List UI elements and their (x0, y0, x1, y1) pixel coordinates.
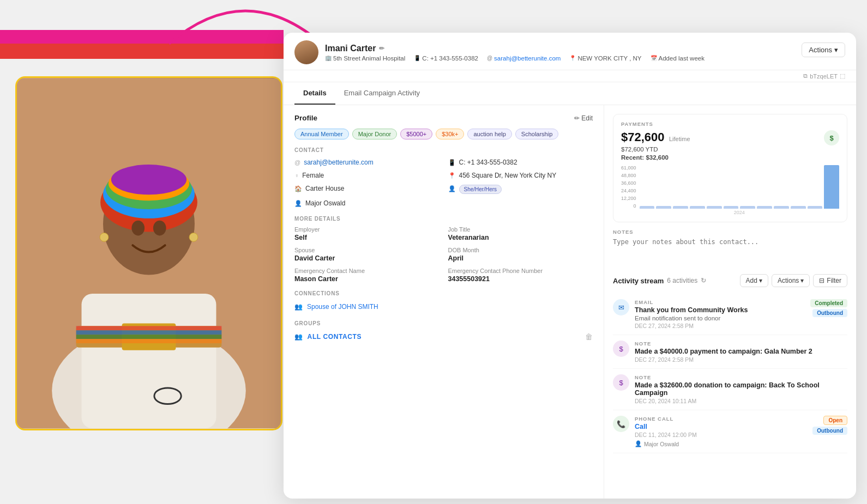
contact-group: Carter House (305, 185, 344, 192)
bar-1 (640, 206, 655, 209)
activity-date-3: DEC 11, 2024 12:00 PM (635, 432, 807, 438)
activity-badges-0: Completed Outbound (810, 299, 847, 329)
more-details-grid: Employer Self Job Title Veteranarian Spo… (294, 226, 593, 283)
dollar-badge: $ (824, 130, 839, 145)
person-icon-small: 👤 (635, 440, 642, 447)
activity-type-3: PHONE CALL (635, 416, 807, 422)
right-column: PAYMENTS $72,600 Lifetime $72,600 YTD Re… (604, 105, 856, 499)
amount-big: $72,600 (621, 130, 665, 144)
contact-gender: Female (302, 172, 324, 179)
photo-card (15, 76, 282, 430)
tab-email-campaign[interactable]: Email Campaign Activity (335, 82, 429, 105)
activity-note-content-2: NOTE Made a $32600.00 donation to campai… (635, 374, 847, 404)
contact-gender-item: ♀ Female (294, 171, 439, 180)
add-activity-btn[interactable]: Add ▾ (740, 274, 768, 287)
activity-item-1: $ NOTE Made a $40000.0 payment to campai… (613, 335, 847, 369)
actions-button[interactable]: Actions ▾ (802, 42, 845, 57)
refresh-icon[interactable]: ↻ (701, 277, 706, 284)
header-added: Added last week (659, 55, 705, 62)
recent-amount: Recent: $32,600 (621, 154, 818, 161)
edit-name-icon[interactable]: ✏ (379, 45, 384, 52)
bar-9 (774, 206, 789, 209)
groups-row: 👥 ALL CONTACTS 🗑 (294, 331, 593, 343)
employer-label: Employer (294, 226, 439, 233)
svg-rect-17 (76, 330, 222, 335)
activity-main-3[interactable]: Call (635, 423, 807, 430)
contact-section-label: CONTACT (294, 147, 593, 153)
activity-main-0[interactable]: Thank you from Community Works (635, 306, 805, 314)
copy-icon[interactable]: ⧉ (803, 72, 808, 80)
chart-labels: 61,000 48,800 36,600 24,400 12,200 0 (621, 165, 636, 209)
tabs-row: Details Email Campaign Activity (284, 82, 856, 105)
badge-open-3: Open (823, 416, 847, 425)
activity-note-icon-2: $ (613, 374, 629, 391)
tag-30k[interactable]: $30k+ (436, 129, 464, 139)
activity-note-icon-1: $ (613, 341, 629, 357)
job-title-label: Job Title (448, 226, 593, 233)
tag-major-donor[interactable]: Major Donor (352, 129, 398, 139)
badge-outbound-3: Outbound (812, 427, 847, 435)
chevron-down-icon: ▾ (834, 46, 838, 54)
main-panel: Imani Carter ✏ 🏢5th Street Animal Hospit… (284, 33, 856, 499)
edit-profile-link[interactable]: ✏ Edit (574, 114, 593, 122)
header-location: NEW YORK CITY , NY (577, 55, 641, 62)
address-icon: 📍 (448, 172, 456, 179)
activity-item-2: $ NOTE Made a $32600.00 donation to camp… (613, 369, 847, 410)
payments-top: $72,600 Lifetime $72,600 YTD Recent: $32… (621, 130, 839, 161)
tag-auction[interactable]: auction help (467, 129, 511, 139)
svg-point-11 (153, 221, 166, 236)
activity-sub-0: Email notification sent to donor (635, 315, 805, 321)
tag-5000[interactable]: $5000+ (400, 129, 432, 139)
svg-rect-3 (82, 294, 216, 428)
contact-info-grid: @ sarahj@betterunite.com 📱 C: +1 343-555… (294, 157, 593, 208)
bar-2 (656, 206, 671, 209)
profile-title: Profile (294, 114, 317, 122)
connection-icon: 👥 (294, 303, 303, 311)
external-icon[interactable]: ⬚ (840, 72, 845, 80)
notes-input[interactable] (613, 238, 847, 265)
dob-item: DOB Month April (448, 247, 593, 262)
activity-header: Activity stream 6 activities ↻ Add ▾ Act… (613, 274, 847, 287)
activity-date-2: DEC 20, 2024 10:11 AM (635, 398, 847, 404)
employer-item: Employer Self (294, 226, 439, 241)
tab-details[interactable]: Details (294, 82, 335, 105)
activity-note-content-1: NOTE Made a $40000.0 payment to campaign… (635, 341, 847, 363)
bar-10 (791, 206, 806, 209)
tags-row: Annual Member Major Donor $5000+ $30k+ a… (294, 129, 593, 139)
bar-chart (640, 165, 839, 209)
bar-5 (707, 206, 722, 209)
contact-email[interactable]: sarahj@betterunite.com (304, 159, 374, 166)
activity-actions-btn[interactable]: Actions ▾ (772, 274, 810, 287)
filter-icon: ⊟ (819, 277, 824, 284)
email-icon: @ (487, 55, 492, 61)
activity-type-2: NOTE (635, 374, 847, 380)
tag-annual-member[interactable]: Annual Member (294, 129, 349, 139)
header-sub: ⧉ bTzqeLET ⬚ (284, 70, 856, 82)
bar-8 (757, 206, 772, 209)
svg-point-13 (189, 233, 198, 241)
location-icon: 📍 (569, 55, 576, 61)
contact-id: bTzqeLET (810, 73, 838, 80)
badge-completed-0: Completed (810, 299, 847, 307)
contact-relation: Major Oswald (305, 199, 345, 207)
connections-list: 👥 Spouse of JOHN SMITH (294, 301, 593, 313)
group-name[interactable]: ALL CONTACTS (308, 333, 362, 341)
svg-point-10 (131, 221, 144, 236)
connection-item-0: 👥 Spouse of JOHN SMITH (294, 301, 593, 313)
filter-btn[interactable]: ⊟ Filter (813, 274, 847, 287)
svg-point-12 (100, 233, 109, 241)
contact-group-item: 🏠 Carter House (294, 184, 439, 195)
activity-count: 6 activities (667, 277, 697, 284)
groups-label: GROUPS (294, 320, 593, 326)
header-email[interactable]: sarahj@betterunite.com (494, 55, 561, 62)
tag-scholarship[interactable]: Scholarship (515, 129, 558, 139)
calendar-icon: 📅 (651, 55, 657, 61)
delete-group-icon[interactable]: 🗑 (585, 332, 593, 341)
chart-year-label: 2024 (640, 210, 839, 215)
activity-phone-content-3: PHONE CALL Call DEC 11, 2024 12:00 PM 👤 … (635, 416, 807, 447)
bar-7 (740, 206, 755, 209)
payments-main: $72,600 Lifetime $72,600 YTD Recent: $32… (621, 130, 818, 161)
bar-11 (808, 206, 823, 209)
connection-link[interactable]: Spouse of JOHN SMITH (307, 303, 378, 311)
pencil-icon: ✏ (574, 114, 580, 122)
